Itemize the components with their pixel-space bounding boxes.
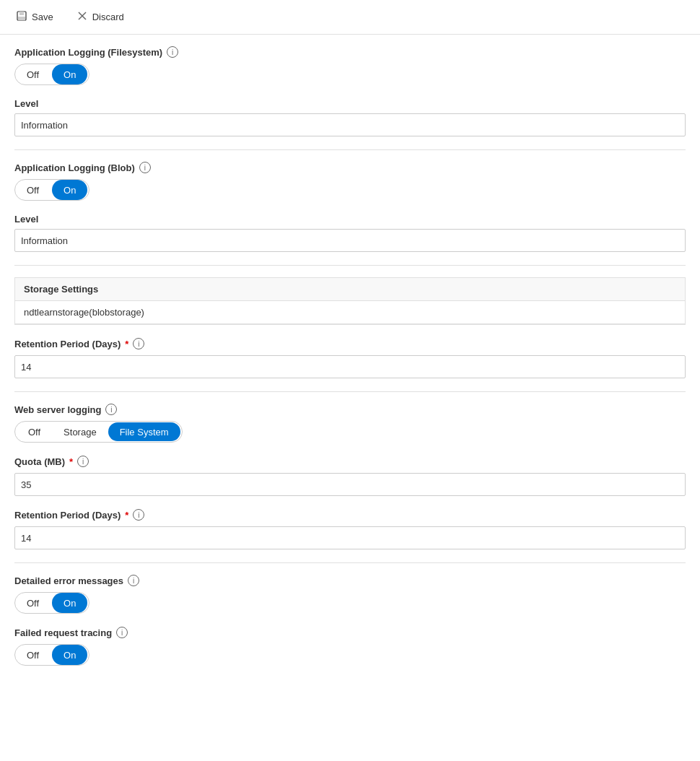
web-server-logging-storage-btn[interactable]: Storage (52, 422, 108, 441)
app-logging-blob-off-btn[interactable]: Off (15, 180, 51, 200)
divider-3 (14, 391, 686, 392)
webserver-retention-input[interactable] (14, 526, 686, 549)
quota-input[interactable] (14, 473, 686, 496)
save-button[interactable]: Save (12, 7, 58, 27)
app-logging-filesystem-info-icon[interactable]: i (167, 46, 178, 58)
failed-request-tracing-section: Failed request tracing i Off On (14, 627, 686, 666)
discard-icon (76, 10, 88, 24)
divider-4 (14, 562, 686, 563)
detailed-error-messages-label: Detailed error messages i (14, 575, 686, 586)
blob-level-label: Level (14, 214, 686, 225)
webserver-retention-label: Retention Period (Days) * i (14, 509, 686, 521)
save-label: Save (32, 12, 53, 22)
webserver-retention-info-icon[interactable]: i (133, 509, 144, 521)
web-server-logging-section: Web server logging i Off Storage File Sy… (14, 404, 686, 443)
divider-1 (14, 149, 686, 150)
blob-retention-input[interactable] (14, 355, 686, 378)
svg-rect-2 (18, 17, 25, 20)
discard-button[interactable]: Discard (72, 7, 128, 27)
filesystem-level-section: Level (14, 98, 686, 136)
app-logging-blob-on-btn[interactable]: On (52, 180, 87, 200)
quota-info-icon[interactable]: i (77, 456, 89, 467)
detailed-error-messages-section: Detailed error messages i Off On (14, 575, 686, 614)
quota-section: Quota (MB) * i (14, 456, 686, 496)
failed-request-tracing-toggle[interactable]: Off On (14, 644, 89, 666)
web-server-logging-info-icon[interactable]: i (105, 404, 117, 415)
app-logging-filesystem-toggle[interactable]: Off On (14, 64, 89, 85)
storage-settings-section: Storage Settings ndtlearnstorage(blobsto… (14, 277, 686, 325)
main-content: Application Logging (Filesystem) i Off O… (0, 35, 700, 690)
blob-retention-info-icon[interactable]: i (133, 338, 144, 349)
storage-settings-header: Storage Settings (15, 278, 685, 301)
app-logging-filesystem-section: Application Logging (Filesystem) i Off O… (14, 46, 686, 85)
app-logging-filesystem-on-btn[interactable]: On (52, 64, 87, 84)
web-server-logging-filesystem-btn[interactable]: File System (108, 422, 180, 441)
filesystem-level-input[interactable] (14, 113, 686, 136)
app-logging-filesystem-label: Application Logging (Filesystem) i (14, 46, 686, 58)
failed-request-tracing-label: Failed request tracing i (14, 627, 686, 638)
detailed-error-messages-off-btn[interactable]: Off (15, 593, 51, 613)
web-server-logging-label: Web server logging i (14, 404, 686, 415)
divider-2 (14, 265, 686, 266)
app-logging-blob-info-icon[interactable]: i (139, 162, 151, 173)
quota-label: Quota (MB) * i (14, 456, 686, 467)
discard-label: Discard (92, 12, 124, 22)
filesystem-level-label: Level (14, 98, 686, 109)
app-logging-blob-toggle[interactable]: Off On (14, 179, 89, 201)
app-logging-blob-label: Application Logging (Blob) i (14, 162, 686, 173)
app-logging-filesystem-off-btn[interactable]: Off (15, 64, 51, 84)
save-icon (16, 10, 27, 24)
blob-retention-required: * (125, 339, 128, 349)
failed-request-tracing-on-btn[interactable]: On (52, 645, 87, 665)
detailed-error-messages-on-btn[interactable]: On (52, 593, 87, 613)
toolbar: Save Discard (0, 0, 700, 35)
failed-request-tracing-info-icon[interactable]: i (116, 627, 128, 638)
detailed-error-messages-info-icon[interactable]: i (128, 575, 139, 586)
detailed-error-messages-toggle[interactable]: Off On (14, 592, 89, 614)
webserver-retention-required: * (125, 510, 128, 521)
storage-settings-value: ndtlearnstorage(blobstorage) (15, 301, 685, 324)
webserver-retention-section: Retention Period (Days) * i (14, 509, 686, 549)
blob-retention-label: Retention Period (Days) * i (14, 338, 686, 349)
app-logging-blob-section: Application Logging (Blob) i Off On (14, 162, 686, 201)
quota-required: * (69, 456, 73, 467)
web-server-logging-toggle[interactable]: Off Storage File System (14, 421, 183, 443)
svg-rect-1 (19, 12, 24, 15)
web-server-logging-off-btn[interactable]: Off (17, 422, 52, 441)
blob-retention-section: Retention Period (Days) * i (14, 338, 686, 378)
failed-request-tracing-off-btn[interactable]: Off (15, 645, 51, 665)
blob-level-section: Level (14, 214, 686, 252)
blob-level-input[interactable] (14, 229, 686, 252)
